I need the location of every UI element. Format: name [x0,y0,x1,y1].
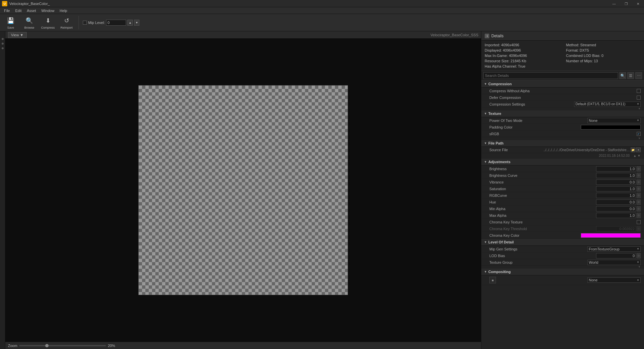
chroma-key-texture-checkbox[interactable] [637,220,641,224]
browse-button[interactable]: 🔍 Browse [21,15,37,30]
prop-chroma-key-texture: Chroma Key Texture [481,219,644,225]
section-lod[interactable]: ▼ Level Of Detail [481,239,644,246]
minimize-button[interactable]: — [608,0,620,7]
min-alpha-spin[interactable]: ⟨⟩ [637,206,641,211]
zoom-value: 20% [108,344,115,348]
chroma-key-threshold-spin[interactable]: ⟨⟩ [637,226,641,231]
timestamp-down-btn[interactable]: ▼ [637,154,641,158]
max-alpha-spin[interactable]: ⟨⟩ [637,213,641,218]
prop-chroma-key-color: Chroma Key Color [481,232,644,239]
section-compositing[interactable]: ▼ Compositing [481,268,644,275]
prop-brightness: Brightness ⟨⟩ [481,166,644,172]
rgbcurve-spin[interactable]: ⟨⟩ [637,193,641,198]
texture-expand-btn[interactable]: ▼ [638,137,641,140]
prop-min-alpha: Min Alpha ⟨⟩ [481,205,644,212]
view-button[interactable]: View ▼ [8,32,27,38]
search-button[interactable]: 🔍 [619,72,626,79]
zoom-slider[interactable] [19,345,106,346]
brightness-curve-input[interactable] [596,173,636,178]
columns-button[interactable]: ☰ [627,72,634,79]
prop-saturation: Saturation ⟨⟩ [481,185,644,192]
filter-button[interactable]: ⋯ [635,72,642,79]
source-file-clear-button[interactable]: ✕ [636,148,641,152]
brightness-input[interactable] [596,166,636,172]
compositing-title: Compositing [488,270,511,274]
section-adjustments[interactable]: ▼ Adjustments [481,159,644,166]
vibrance-input[interactable] [596,179,636,185]
texture-preview [138,85,348,295]
window-title: Velociraptor_BaseColor_ [9,2,50,6]
mip-level-input[interactable] [106,20,126,26]
texture-group-dropdown[interactable]: World ▼ [587,260,641,265]
timestamp-up-btn[interactable]: ▲ [633,154,636,158]
compress-button[interactable]: ⬇ Compress [40,15,56,30]
file-path-title: File Path [488,141,504,145]
lod-bias-input[interactable] [596,253,636,258]
adjustments-title: Adjustments [488,160,511,164]
min-alpha-input[interactable] [596,206,636,211]
prop-rgbcurve: RGBCurve ⟨⟩ [481,192,644,199]
mip-checkbox[interactable] [83,21,87,25]
properties-scroll[interactable]: ▼ Compression Compress Without Alpha Def… [481,81,644,349]
reimport-icon: ↺ [62,16,71,25]
restore-button[interactable]: ❐ [620,0,632,7]
adjustments-arrow: ▼ [484,160,487,164]
prop-power-of-two-mode: Power Of Two Mode None ▼ [481,117,644,124]
compression-expand-btn[interactable]: ▼ [638,107,641,110]
compression-settings-dropdown[interactable]: Default (DXT1/5, BC1/3 on DX11) ▼ [574,102,641,107]
toolbar: 💾 Save 🔍 Browse ⬇ Compress ↺ Reimport Mi… [0,14,644,31]
prop-lod-bias: LOD Bias ⟨⟩ [481,252,644,259]
prop-source-file: Source File ../../../../../../OneDrive/U… [481,147,644,153]
lod-expand-btn[interactable]: ▼ [638,265,641,268]
section-texture[interactable]: ▼ Texture [481,110,644,117]
search-input[interactable] [483,72,618,79]
mip-decrement-button[interactable]: ▼ [134,20,139,26]
lod-bias-spin[interactable]: ⟨⟩ [637,253,641,258]
power-of-two-dropdown[interactable]: None ▼ [587,118,641,123]
viewport-canvas[interactable] [5,39,481,342]
compositing-color-swatch[interactable]: ■ [489,277,496,283]
compress-without-alpha-checkbox[interactable] [637,89,641,93]
brightness-spin[interactable]: ⟨⟩ [637,166,641,172]
vibrance-spin[interactable]: ⟨⟩ [637,179,641,185]
compositing-dropdown[interactable]: None ▼ [587,277,641,283]
menu-asset[interactable]: Asset [24,8,39,13]
section-compression[interactable]: ▼ Compression [481,81,644,88]
hue-spin[interactable]: ⟨⟩ [637,199,641,205]
chroma-key-color-swatch[interactable] [581,233,641,238]
close-button[interactable]: ✕ [632,0,644,7]
left-panel-indicator [2,38,4,40]
reimport-button[interactable]: ↺ Reimport [59,15,75,30]
texture-title: Texture [488,112,501,116]
details-panel: ℹ Details Imported: 4096x4096 Method: St… [481,31,644,349]
saturation-input[interactable] [596,186,636,191]
max-alpha-input[interactable] [596,213,636,218]
source-file-browse-button[interactable]: 📁 [631,148,635,152]
brightness-curve-spin[interactable]: ⟨⟩ [637,173,641,178]
menu-help[interactable]: Help [57,8,70,13]
hue-input[interactable] [596,199,636,205]
section-file-path[interactable]: ▼ File Path [481,140,644,147]
prop-vibrance: Vibrance ⟨⟩ [481,179,644,185]
save-button[interactable]: 💾 Save [3,15,19,30]
menu-edit[interactable]: Edit [13,8,24,13]
rgbcurve-input[interactable] [596,193,636,198]
prop-compression-settings: Compression Settings Default (DXT1/5, BC… [481,101,644,108]
info-format: Format: DXT5 [566,48,641,53]
compress-icon: ⬇ [43,16,53,25]
details-panel-header: ℹ Details [481,31,644,41]
timestamp: 2022.01.18-14.52.03 ▲ ▼ [481,153,644,159]
viewport: View ▼ Velociraptor_BaseColor_SSS Zoom 2… [5,31,481,349]
chroma-key-threshold-input[interactable] [596,226,636,231]
mip-increment-button[interactable]: ▲ [127,20,133,26]
viewport-header: View ▼ Velociraptor_BaseColor_SSS [5,31,481,39]
saturation-spin[interactable]: ⟨⟩ [637,186,641,191]
titlebar: U Velociraptor_BaseColor_ — ❐ ✕ [0,0,644,7]
mip-gen-settings-dropdown[interactable]: FromTextureGroup ▼ [587,246,641,252]
zoom-slider-thumb[interactable] [45,344,49,347]
padding-color-swatch[interactable] [581,125,641,130]
defer-compression-checkbox[interactable] [637,96,641,100]
menu-window[interactable]: Window [39,8,57,13]
menu-file[interactable]: File [1,8,13,13]
srgb-checkbox[interactable] [637,132,641,136]
